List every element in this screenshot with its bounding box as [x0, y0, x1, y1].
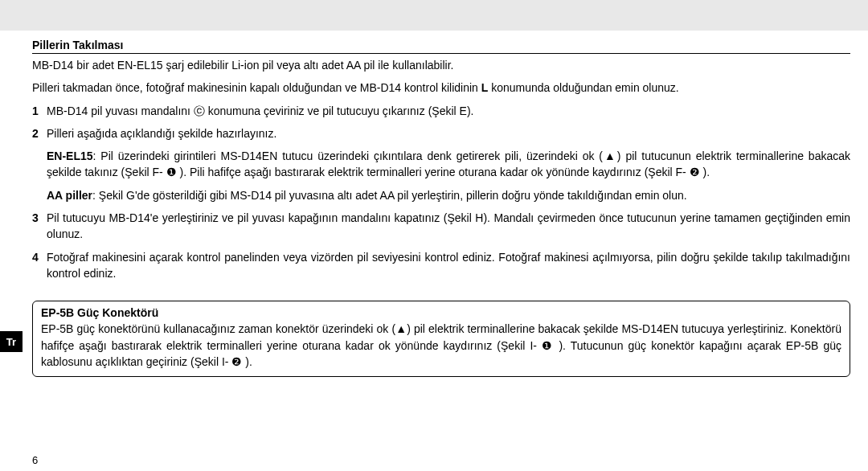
page-number: 6 — [32, 454, 38, 466]
aa-label: AA piller — [47, 189, 92, 202]
box-body: EP-5B güç konektörünü kullanacağınız zam… — [41, 321, 841, 370]
intro-2a: Pilleri takmadan önce, fotoğraf makinesi… — [32, 81, 481, 94]
step-1-text: MB-D14 pil yuvası mandalını ⓒ konumuna ç… — [47, 103, 850, 119]
step-2-text: Pilleri aşağıda açıklandığı şekilde hazı… — [47, 125, 850, 141]
en-el15-label: EN-EL15 — [47, 149, 93, 162]
box-title: EP-5B Güç Konektörü — [41, 306, 841, 319]
en-el15-paragraph: EN-EL15: Pil üzerindeki girintileri MS-D… — [47, 148, 850, 181]
step-number: 2 — [32, 125, 47, 141]
step-4: 4 Fotoğraf makinesini açarak kontrol pan… — [32, 249, 850, 282]
step-3-text: Pil tutucuyu MB-D14'e yerleştiriniz ve p… — [47, 210, 850, 243]
en-el15-text: : Pil üzerindeki girintileri MS-D14EN tu… — [47, 149, 850, 178]
step-3: 3 Pil tutucuyu MB-D14'e yerleştiriniz ve… — [32, 210, 850, 243]
step-number: 4 — [32, 249, 47, 282]
language-tab: Tr — [0, 331, 23, 352]
aa-text: : Şekil G'de gösterildiği gibi MS-D14 pi… — [92, 189, 687, 202]
step-4-text: Fotoğraf makinesini açarak kontrol panel… — [47, 249, 850, 282]
step-number: 1 — [32, 103, 47, 119]
step-2: 2 Pilleri aşağıda açıklandığı şekilde ha… — [32, 125, 850, 141]
intro-paragraph-2: Pilleri takmadan önce, fotoğraf makinesi… — [32, 80, 850, 96]
top-bar — [0, 0, 868, 31]
step-number: 3 — [32, 210, 47, 243]
aa-paragraph: AA piller: Şekil G'de gösterildiği gibi … — [47, 187, 850, 203]
intro-2c: konumunda olduğundan emin olunuz. — [488, 81, 678, 94]
step-1: 1 MB-D14 pil yuvası mandalını ⓒ konumuna… — [32, 103, 850, 119]
intro-paragraph-1: MB-D14 bir adet EN-EL15 şarj edilebilir … — [32, 57, 850, 73]
section-heading: Pillerin Takılması — [32, 39, 850, 54]
ep-5b-box: EP-5B Güç Konektörü EP-5B güç konektörün… — [32, 301, 850, 377]
page-content: Pillerin Takılması MB-D14 bir adet EN-EL… — [32, 31, 850, 471]
